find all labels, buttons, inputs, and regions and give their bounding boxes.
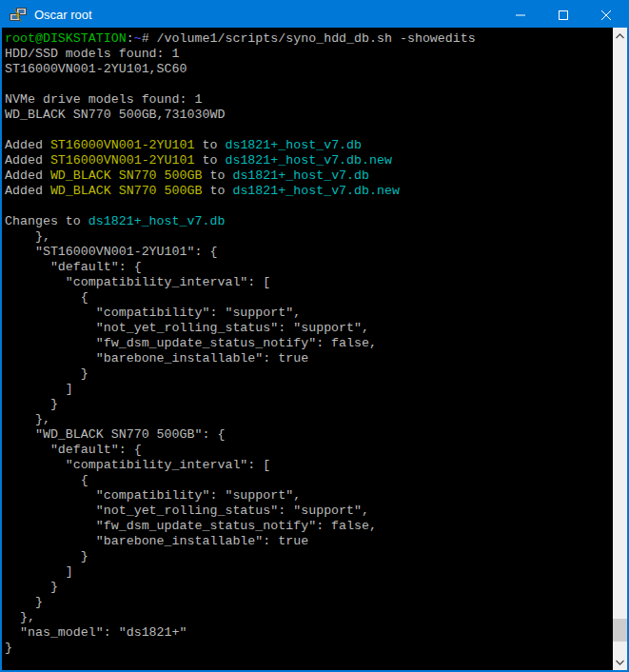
scrollbar-thumb[interactable]: [613, 619, 627, 642]
terminal[interactable]: root@DISKSTATION:~# /volume1/scripts/syn…: [2, 28, 627, 670]
terminal-text-segment: "nas_model": "ds1821+": [5, 625, 187, 640]
terminal-line: }: [5, 595, 610, 610]
terminal-line: },: [5, 412, 610, 427]
terminal-text-segment: "ST16000VN001-2YU101": {: [5, 245, 217, 259]
terminal-line: WD_BLACK SN770 500GB,731030WD: [5, 108, 610, 123]
terminal-text-segment: },: [5, 412, 50, 426]
putty-icon: [10, 8, 27, 23]
terminal-text-segment: "compatibility": "support",: [5, 488, 301, 503]
terminal-text-segment: root@DISKSTATION: [5, 31, 127, 46]
terminal-text-segment: to: [202, 168, 232, 183]
close-button[interactable]: [584, 2, 627, 28]
terminal-line: "compatibility_interval": [: [5, 275, 610, 290]
terminal-text-segment: Added: [5, 184, 50, 198]
terminal-text-segment: "barebone_installable": true: [5, 534, 308, 548]
terminal-line: "fw_dsm_update_status_notify": false,: [5, 336, 610, 351]
terminal-line: "default": {: [5, 443, 610, 458]
scroll-down-icon: [616, 655, 624, 670]
terminal-text-segment: Added: [5, 138, 50, 152]
terminal-line: Added WD_BLACK SN770 500GB to ds1821+_ho…: [5, 168, 610, 184]
terminal-text-segment: :: [127, 31, 134, 46]
terminal-text-segment: ds1821+_host_v7.db: [88, 214, 226, 228]
terminal-text-segment: to: [202, 184, 232, 198]
terminal-text-segment: WD_BLACK SN770 500GB,731030WD: [5, 108, 225, 122]
titlebar[interactable]: Oscar root: [2, 2, 627, 28]
putty-window: Oscar root root@DISKSTATION:~# /volume1/…: [0, 0, 629, 672]
terminal-line: "not_yet_rolling_status": "support",: [5, 321, 610, 336]
terminal-line: {: [5, 473, 610, 488]
terminal-text-segment: to: [195, 153, 226, 168]
terminal-line: "compatibility": "support",: [5, 488, 610, 504]
terminal-line: [5, 123, 610, 138]
terminal-text-segment: "fw_dsm_update_status_notify": false,: [5, 519, 377, 533]
terminal-lines: root@DISKSTATION:~# /volume1/scripts/syn…: [5, 31, 610, 656]
scrollbar[interactable]: [613, 28, 627, 670]
terminal-text-segment: "compatibility_interval": [: [5, 275, 270, 289]
terminal-line: "not_yet_rolling_status": "support",: [5, 504, 610, 519]
terminal-text-segment: ds1821+_host_v7.db: [232, 168, 369, 183]
terminal-line: "nas_model": "ds1821+": [5, 625, 610, 641]
scroll-up-icon: [616, 29, 624, 44]
terminal-line: },: [5, 610, 610, 625]
window-title: Oscar root: [34, 8, 499, 22]
terminal-text-segment: }: [5, 580, 58, 594]
terminal-text-segment: "compatibility_interval": [: [5, 458, 270, 472]
terminal-text-segment: WD_BLACK SN770 500GB: [50, 168, 203, 183]
terminal-text-segment: "not_yet_rolling_status": "support",: [5, 321, 369, 335]
terminal-text-segment: HDD/SSD models found: 1: [5, 47, 180, 61]
terminal-text-segment: Added: [5, 168, 50, 183]
terminal-text-segment: ds1821+_host_v7.db.new: [232, 184, 400, 198]
window-controls: [499, 2, 627, 28]
terminal-line: }: [5, 641, 610, 656]
terminal-text-segment: }: [5, 549, 88, 563]
terminal-line: Changes to ds1821+_host_v7.db: [5, 214, 610, 229]
terminal-text-segment: to: [195, 138, 226, 152]
terminal-text-segment: #: [142, 31, 157, 46]
terminal-line: ]: [5, 564, 610, 580]
terminal-text-segment: }: [5, 397, 58, 411]
terminal-text-segment: "fw_dsm_update_status_notify": false,: [5, 336, 377, 350]
terminal-line: }: [5, 549, 610, 564]
terminal-line: [5, 199, 610, 214]
terminal-text-segment: NVMe drive models found: 1: [5, 92, 202, 107]
terminal-text-segment: "barebone_installable": true: [5, 351, 308, 366]
terminal-text-segment: {: [5, 290, 88, 305]
terminal-line: root@DISKSTATION:~# /volume1/scripts/syn…: [5, 31, 610, 47]
terminal-line: Added ST16000VN001-2YU101 to ds1821+_hos…: [5, 153, 610, 168]
terminal-line: "compatibility": "support",: [5, 306, 610, 321]
terminal-text-segment: ST16000VN001-2YU101: [50, 138, 195, 152]
terminal-line: "WD_BLACK SN770 500GB": {: [5, 427, 610, 443]
terminal-line: Added WD_BLACK SN770 500GB to ds1821+_ho…: [5, 184, 610, 199]
terminal-line: "barebone_installable": true: [5, 534, 610, 549]
terminal-line: "compatibility_interval": [: [5, 458, 610, 473]
terminal-line: }: [5, 366, 610, 382]
maximize-button[interactable]: [541, 2, 584, 28]
minimize-icon: [516, 7, 525, 24]
terminal-text-segment: WD_BLACK SN770 500GB: [50, 184, 203, 198]
terminal-line: Added ST16000VN001-2YU101 to ds1821+_hos…: [5, 138, 610, 153]
terminal-line: }: [5, 580, 610, 595]
terminal-text-segment: "compatibility": "support",: [5, 306, 301, 320]
terminal-line: ST16000VN001-2YU101,SC60: [5, 62, 610, 77]
terminal-text-segment: /volume1/scripts/syno_hdd_db.sh -showedi…: [157, 31, 476, 46]
minimize-button[interactable]: [499, 2, 541, 28]
terminal-text-segment: "WD_BLACK SN770 500GB": {: [5, 427, 225, 442]
terminal-text-segment: },: [5, 610, 35, 624]
terminal-text-segment: ]: [5, 564, 73, 579]
terminal-line: {: [5, 290, 610, 306]
terminal-text-segment: }: [5, 641, 12, 655]
terminal-line: "barebone_installable": true: [5, 351, 610, 366]
terminal-text-segment: ST16000VN001-2YU101,SC60: [5, 62, 187, 76]
terminal-line: [5, 77, 610, 92]
terminal-line: }: [5, 397, 610, 412]
terminal-text-segment: {: [5, 473, 88, 487]
scroll-down-button[interactable]: [613, 654, 627, 670]
terminal-text-segment: Changes to: [5, 214, 88, 228]
terminal-line: NVMe drive models found: 1: [5, 92, 610, 108]
terminal-text-segment: ds1821+_host_v7.db.new: [225, 153, 392, 168]
scroll-up-button[interactable]: [613, 28, 627, 44]
terminal-text-segment: Added: [5, 153, 50, 168]
terminal-line: "fw_dsm_update_status_notify": false,: [5, 519, 610, 534]
terminal-text-segment: ST16000VN001-2YU101: [50, 153, 195, 168]
terminal-text-segment: "default": {: [5, 443, 142, 457]
